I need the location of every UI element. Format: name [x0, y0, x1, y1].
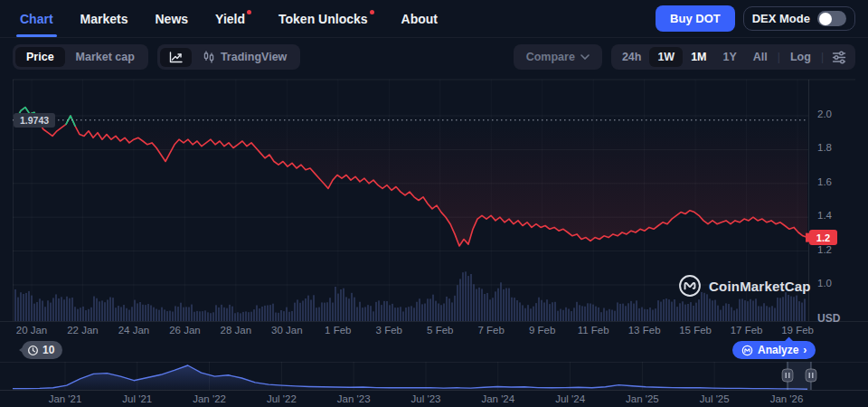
line-chart-icon — [169, 52, 183, 63]
range-button-all[interactable]: All — [745, 47, 776, 67]
y-axis-label: 1.0 — [817, 278, 832, 289]
y-axis-label: 2.0 — [817, 109, 832, 119]
tradingview-label: TradingView — [221, 51, 287, 63]
mini-axis-label: Jan '24 — [481, 393, 514, 404]
notification-dot — [247, 10, 251, 14]
history-clock-icon — [27, 345, 39, 356]
chevron-down-icon — [580, 54, 590, 60]
mini-axis-label: Jul '25 — [700, 393, 730, 404]
toolbar-right: Compare 24h1W1M1YAll|Log| — [514, 44, 855, 70]
nav-tab-markets[interactable]: Markets — [80, 0, 128, 37]
compare-label: Compare — [526, 51, 575, 63]
mini-area — [13, 365, 807, 390]
divider: | — [819, 51, 826, 63]
toggle-switch[interactable] — [817, 11, 846, 26]
analyze-button[interactable]: Analyze › — [732, 341, 816, 359]
x-axis-label: 11 Feb — [578, 325, 609, 336]
x-axis-label: 20 Jan — [16, 325, 48, 336]
mini-axis-label: Jul '23 — [411, 393, 441, 404]
x-axis-label: 9 Feb — [529, 325, 555, 336]
watermark-text: CoinMarketCap — [709, 279, 811, 294]
mini-axis-label: Jul '24 — [555, 393, 585, 404]
range-button-1w[interactable]: 1W — [649, 47, 683, 67]
mini-axis-label: Jul '22 — [267, 393, 297, 404]
history-badge[interactable]: 10 — [22, 341, 62, 359]
compare-button[interactable]: Compare — [514, 44, 602, 70]
divider: | — [776, 51, 782, 63]
market-cap-tab[interactable]: Market cap — [65, 47, 146, 67]
selection-handle-left[interactable] — [782, 369, 793, 382]
x-axis-label: 3 Feb — [376, 325, 402, 336]
y-axis-label: 1.6 — [817, 176, 832, 187]
x-axis-label: 19 Feb — [781, 325, 814, 336]
range-button-24h[interactable]: 24h — [614, 47, 650, 67]
nav-tab-news[interactable]: News — [155, 0, 188, 37]
nav-tab-yield[interactable]: Yield — [215, 0, 251, 37]
range-selector: 24h1W1M1YAll|Log| — [611, 44, 855, 70]
range-button-1y[interactable]: 1Y — [715, 47, 745, 67]
x-axis-label: 7 Feb — [478, 325, 505, 336]
y-axis-label: 1.4 — [817, 210, 832, 221]
history-count: 10 — [42, 344, 54, 356]
chart-settings-button[interactable] — [826, 48, 853, 67]
mini-axis-label: Jan '23 — [337, 393, 371, 404]
nav-bar: ChartMarketsNewsYieldToken UnlocksAbout … — [0, 0, 868, 38]
nav-tab-label: Chart — [20, 12, 53, 26]
tradingview-button[interactable]: TradingView — [192, 47, 297, 67]
x-axis-label: 13 Feb — [628, 325, 661, 336]
metric-toggle: Price Market cap — [13, 44, 148, 70]
mini-axis-label: Jan '22 — [193, 393, 226, 404]
open-price-label: 1.9743 — [14, 113, 55, 128]
nav-tab-label: News — [155, 12, 188, 26]
nav-tab-label: About — [401, 12, 438, 26]
y-axis-label: 1.8 — [817, 142, 832, 153]
log-scale-button[interactable]: Log — [782, 47, 819, 67]
x-axis-label: 17 Feb — [731, 325, 763, 336]
price-tab[interactable]: Price — [15, 47, 65, 67]
selection-handle-right[interactable] — [806, 369, 816, 382]
cmc-chart-page: ChartMarketsNewsYieldToken UnlocksAbout … — [0, 0, 868, 407]
y-axis-label: 1.2 — [817, 244, 832, 255]
x-axis-label: 5 Feb — [427, 325, 453, 336]
dex-mode-label: DEX Mode — [752, 12, 810, 25]
coinmarketcap-logo-icon — [678, 274, 702, 298]
analyze-ai-icon — [741, 345, 753, 356]
x-axis-label: 26 Jan — [169, 325, 201, 336]
chart-type-toggle: TradingView — [157, 44, 300, 70]
analyze-chevron-icon: › — [803, 344, 807, 356]
buy-dot-button[interactable]: Buy DOT — [656, 5, 735, 32]
x-axis-label: 22 Jan — [67, 325, 99, 336]
x-axis-label: 24 Jan — [118, 325, 150, 336]
line-chart-button[interactable] — [160, 48, 192, 67]
notification-dot — [370, 10, 374, 14]
x-axis-label: 1 Feb — [325, 325, 351, 336]
dex-mode-toggle[interactable]: DEX Mode — [743, 6, 855, 31]
range-button-1m[interactable]: 1M — [683, 47, 714, 67]
nav-tab-label: Token Unlocks — [278, 12, 368, 26]
x-axis-label: 15 Feb — [679, 325, 712, 336]
candlestick-icon — [203, 51, 215, 63]
nav-tab-chart[interactable]: Chart — [20, 0, 53, 37]
x-axis-label: 28 Jan — [221, 325, 252, 336]
x-axis-label: 30 Jan — [271, 325, 303, 336]
watermark: CoinMarketCap — [678, 274, 811, 298]
current-price-badge: 1.2 — [809, 230, 837, 245]
toggle-knob — [819, 13, 832, 25]
unit-label: USD — [817, 312, 840, 325]
mini-axis-label: Jan '21 — [49, 393, 82, 404]
mini-axis-label: Jan '25 — [626, 393, 659, 404]
nav-tab-label: Yield — [215, 12, 245, 26]
range-mini-chart[interactable] — [0, 362, 868, 394]
nav-right: Buy DOT DEX Mode — [656, 5, 868, 32]
nav-tab-label: Markets — [80, 12, 128, 26]
analyze-label: Analyze — [758, 344, 798, 356]
mini-axis-label: Jul '21 — [122, 393, 152, 404]
nav-tabs: ChartMarketsNewsYieldToken UnlocksAbout — [0, 0, 438, 37]
nav-tab-token-unlocks[interactable]: Token Unlocks — [278, 0, 374, 37]
nav-tab-about[interactable]: About — [401, 0, 438, 37]
chart-toolbar: Price Market cap TradingView Compare 24h… — [0, 43, 868, 71]
mini-axis-label: Jan '26 — [770, 393, 804, 404]
sliders-icon — [832, 51, 846, 64]
